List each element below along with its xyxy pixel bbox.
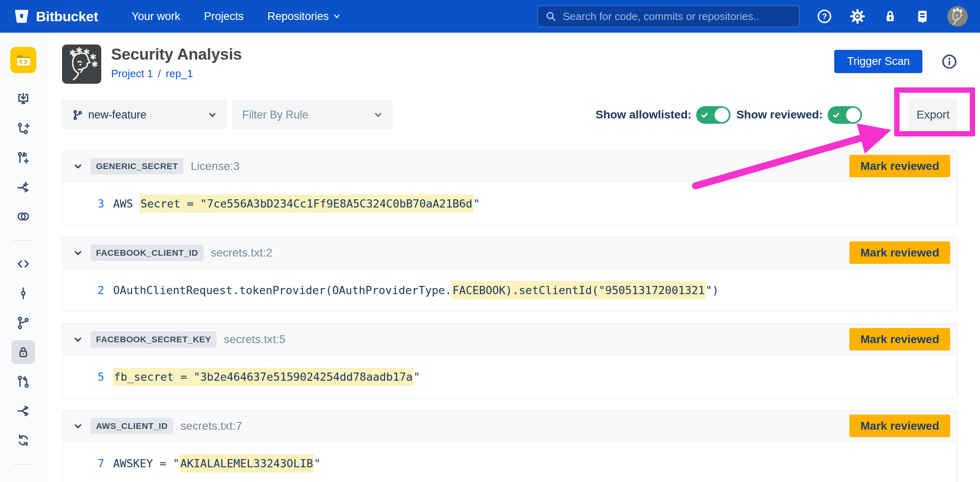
repository-avatar[interactable]: [10, 47, 36, 73]
export-button[interactable]: Export: [909, 99, 958, 131]
info-icon[interactable]: [941, 54, 958, 70]
compare-icon[interactable]: [0, 202, 47, 231]
main-content: Security Analysis Project 1 / rep_1 Trig…: [47, 33, 980, 482]
feedback-panel-icon[interactable]: [915, 9, 930, 24]
repository-artwork-avatar: [62, 45, 101, 84]
nav-links: Your work Projects Repositories: [131, 10, 341, 23]
trigger-scan-button[interactable]: Trigger Scan: [834, 50, 922, 73]
global-search[interactable]: [537, 5, 800, 27]
rule-filter-dropdown[interactable]: Filter By Rule: [232, 100, 393, 129]
nav-item-your-work[interactable]: Your work: [131, 10, 180, 23]
sidebar-divider: [13, 240, 33, 241]
code-snippet: 5 fb_secret = "3b2e464637e5159024254dd78…: [62, 355, 957, 398]
line-number: 3: [62, 197, 104, 210]
collapse-chevron-icon[interactable]: [74, 248, 82, 257]
add-pipeline-icon[interactable]: [0, 172, 47, 202]
deployments-sync-icon[interactable]: [0, 426, 47, 455]
breadcrumb-repo-link[interactable]: rep_1: [166, 67, 193, 80]
line-number: 2: [62, 284, 104, 297]
commits-icon[interactable]: [0, 279, 47, 308]
brand-name: Bitbucket: [36, 9, 98, 25]
branch-selected-value: new-feature: [88, 109, 147, 121]
collapse-chevron-icon[interactable]: [74, 422, 82, 431]
collapse-chevron-icon[interactable]: [74, 162, 82, 171]
security-lock-icon[interactable]: [0, 337, 47, 367]
finding-location: License:3: [191, 160, 240, 173]
mark-reviewed-button[interactable]: Mark reviewed: [849, 328, 950, 350]
sidebar-divider-bottom: [13, 464, 33, 465]
code-line: fb_secret = "3b2e464637e5159024254dd78aa…: [113, 370, 420, 383]
branch-selector-dropdown[interactable]: new-feature: [62, 100, 227, 129]
rule-badge: GENERIC_SECRET: [91, 158, 183, 174]
secret-highlight: Secret = "7ce556A3bD234Cc1Ff9E8A5C324C0b…: [140, 194, 473, 213]
nav-item-projects[interactable]: Projects: [204, 10, 244, 23]
code-line: AWSKEY = "AKIALALEMEL33243OLIB": [113, 457, 321, 470]
check-icon: [832, 111, 840, 119]
clone-icon[interactable]: [0, 84, 47, 114]
finding-header: FACEBOOK_CLIENT_ID secrets.txt:2 Mark re…: [62, 237, 957, 268]
finding-card: FACEBOOK_SECRET_KEY secrets.txt:5 Mark r…: [62, 324, 958, 399]
title-block: Security Analysis Project 1 / rep_1: [111, 45, 242, 80]
page-title: Security Analysis: [111, 45, 242, 63]
source-code-icon[interactable]: [0, 249, 47, 279]
create-pull-request-icon[interactable]: [0, 143, 47, 172]
bitbucket-bucket-icon: [13, 8, 30, 25]
show-reviewed-label: Show reviewed:: [736, 108, 823, 121]
secret-highlight: AKIALALEMEL33243OLIB: [180, 454, 314, 473]
breadcrumb-separator: /: [158, 67, 161, 80]
pull-requests-icon[interactable]: [0, 367, 47, 396]
create-branch-icon[interactable]: [0, 114, 47, 143]
secret-highlight: FACEBOOK).setClientId("950513172001321: [452, 281, 706, 299]
page-header: Security Analysis Project 1 / rep_1 Trig…: [62, 45, 958, 84]
chevron-down-icon: [333, 12, 341, 20]
finding-card: GENERIC_SECRET License:3 Mark reviewed 3…: [62, 150, 958, 225]
breadcrumb: Project 1 / rep_1: [111, 67, 242, 80]
mark-reviewed-button[interactable]: Mark reviewed: [849, 155, 950, 177]
help-icon[interactable]: ?: [817, 9, 832, 24]
rule-badge: AWS_CLIENT_ID: [91, 418, 173, 434]
toggle-knob: [846, 108, 860, 122]
nav-icon-group: ?: [817, 6, 968, 27]
breadcrumb-project-link[interactable]: Project 1: [111, 67, 153, 80]
show-allowlisted-label: Show allowlisted:: [595, 108, 691, 121]
rule-badge: FACEBOOK_CLIENT_ID: [91, 245, 203, 261]
mark-reviewed-button[interactable]: Mark reviewed: [849, 415, 950, 437]
mark-reviewed-button[interactable]: Mark reviewed: [849, 241, 950, 264]
toggle-knob: [715, 108, 729, 122]
user-avatar[interactable]: [947, 6, 968, 27]
selected-item-background: [11, 340, 35, 364]
show-allowlisted-toggle[interactable]: [696, 106, 731, 124]
show-reviewed-toggle[interactable]: [828, 106, 862, 124]
bitbucket-logo[interactable]: Bitbucket: [13, 8, 98, 25]
filter-row: new-feature Filter By Rule Show allowlis…: [62, 100, 958, 129]
code-line: AWS Secret = "7ce556A3bD234Cc1Ff9E8A5C32…: [113, 197, 480, 210]
branches-icon[interactable]: [0, 308, 47, 337]
nav-item-repositories[interactable]: Repositories: [267, 10, 341, 23]
rule-badge: FACEBOOK_SECRET_KEY: [91, 331, 216, 348]
pipelines-icon[interactable]: [0, 396, 47, 426]
chevron-down-icon: [373, 110, 383, 120]
branch-icon: [72, 109, 83, 120]
search-input[interactable]: [563, 10, 792, 23]
secret-highlight: fb_secret = "3b2e464637e5159024254dd78aa…: [113, 368, 414, 386]
repository-sidebar: [0, 33, 47, 482]
line-number: 5: [62, 370, 104, 383]
lock-icon[interactable]: [883, 9, 898, 24]
search-icon: [545, 10, 557, 22]
finding-header: AWS_CLIENT_ID secrets.txt:7 Mark reviewe…: [62, 411, 957, 442]
toggle-group: Show allowlisted: Show reviewed: Export: [595, 99, 958, 131]
line-number: 7: [62, 457, 104, 470]
finding-header: GENERIC_SECRET License:3 Mark reviewed: [62, 151, 957, 182]
code-line: OAuthClientRequest.tokenProvider(OAuthPr…: [113, 284, 719, 297]
finding-card: AWS_CLIENT_ID secrets.txt:7 Mark reviewe…: [62, 410, 958, 482]
finding-card: FACEBOOK_CLIENT_ID secrets.txt:2 Mark re…: [62, 237, 958, 312]
svg-text:?: ?: [822, 12, 827, 21]
finding-header: FACEBOOK_SECRET_KEY secrets.txt:5 Mark r…: [62, 324, 957, 355]
settings-gear-icon[interactable]: [849, 8, 866, 25]
code-snippet: 3 AWS Secret = "7ce556A3bD234Cc1Ff9E8A5C…: [62, 182, 957, 225]
top-navigation: Bitbucket Your work Projects Repositorie…: [0, 0, 980, 33]
header-actions: Trigger Scan: [834, 50, 958, 73]
code-snippet: 7 AWSKEY = "AKIALALEMEL33243OLIB": [62, 442, 957, 482]
collapse-chevron-icon[interactable]: [74, 335, 82, 344]
code-snippet: 2 OAuthClientRequest.tokenProvider(OAuth…: [62, 268, 957, 312]
